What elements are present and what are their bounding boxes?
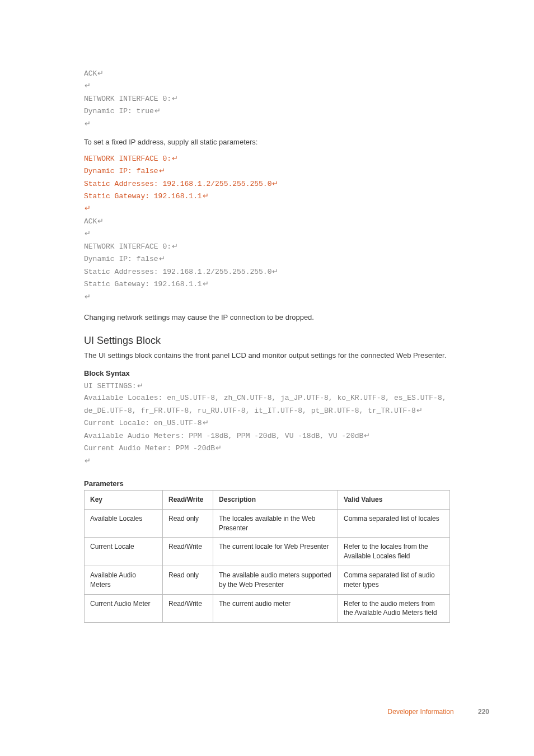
table-cell: The current audio meter xyxy=(213,594,338,623)
return-glyph-icon: ↵ xyxy=(159,165,165,176)
table-cell: Read/Write xyxy=(163,538,213,566)
return-glyph-icon: ↵ xyxy=(97,67,104,79)
return-glyph-icon: ↵ xyxy=(154,105,161,116)
return-glyph-icon: ↵ xyxy=(172,92,178,104)
page-footer: Developer Information 220 xyxy=(388,708,489,716)
table-cell: Available Audio Meters xyxy=(85,566,163,594)
table-row: Current LocaleRead/WriteThe current loca… xyxy=(85,538,450,566)
return-glyph-icon: ↵ xyxy=(85,202,91,214)
return-glyph-icon: ↵ xyxy=(203,190,209,202)
th-key: Key xyxy=(85,491,163,510)
table-cell: The locales available in the Web Present… xyxy=(213,509,338,538)
code-block-ui-settings: UI SETTINGS:↵Available Locales: en_US.UT… xyxy=(84,380,450,467)
table-cell: Comma separated list of audio meter type… xyxy=(338,566,450,594)
return-glyph-icon: ↵ xyxy=(85,118,91,129)
code-block-ack: ACK↵↵NETWORK INTERFACE 0:↵Dynamic IP: tr… xyxy=(84,67,450,130)
th-desc: Description xyxy=(213,491,338,510)
table-cell: Current Locale xyxy=(85,538,163,566)
heading-ui-settings: UI Settings Block xyxy=(84,335,450,347)
footer-page-number: 220 xyxy=(478,708,489,716)
return-glyph-icon: ↵ xyxy=(364,430,370,441)
table-cell: Read only xyxy=(163,509,213,538)
return-glyph-icon: ↵ xyxy=(97,215,104,227)
return-glyph-icon: ↵ xyxy=(216,442,222,454)
paragraph-warning: Changing network settings may cause the … xyxy=(84,312,450,323)
table-cell: Comma separated list of locales xyxy=(338,509,450,538)
return-glyph-icon: ↵ xyxy=(203,417,209,428)
table-row: Available Audio MetersRead onlyThe avail… xyxy=(85,566,450,594)
paragraph-ui-desc: The UI settings block contains the front… xyxy=(84,350,450,361)
th-valid: Valid Values xyxy=(338,491,450,510)
return-glyph-icon: ↵ xyxy=(272,265,278,277)
table-cell: The available audio meters supported by … xyxy=(213,566,338,594)
table-cell: The current locale for Web Presenter xyxy=(213,538,338,566)
parameters-table: Key Read/Write Description Valid Values … xyxy=(84,490,450,623)
code-block-set-static-red: NETWORK INTERFACE 0:↵Dynamic IP: false↵S… xyxy=(84,152,450,215)
return-glyph-icon: ↵ xyxy=(416,404,423,416)
return-glyph-icon: ↵ xyxy=(272,178,278,189)
table-header-row: Key Read/Write Description Valid Values xyxy=(85,491,450,510)
code-block-set-static-grey: ACK↵↵NETWORK INTERFACE 0:↵Dynamic IP: fa… xyxy=(84,215,450,303)
return-glyph-icon: ↵ xyxy=(85,80,91,91)
return-glyph-icon: ↵ xyxy=(172,152,178,164)
return-glyph-icon: ↵ xyxy=(85,227,91,239)
table-cell: Refer to the audio meters from the Avail… xyxy=(338,594,450,623)
footer-section: Developer Information xyxy=(388,708,454,716)
label-block-syntax: Block Syntax xyxy=(84,369,450,377)
return-glyph-icon: ↵ xyxy=(85,455,91,466)
table-cell: Read/Write xyxy=(163,594,213,623)
return-glyph-icon: ↵ xyxy=(137,380,143,391)
table-cell: Current Audio Meter xyxy=(85,594,163,623)
table-cell: Refer to the locales from the Available … xyxy=(338,538,450,566)
return-glyph-icon: ↵ xyxy=(159,253,165,264)
paragraph-fixed-ip: To set a fixed IP address, supply all st… xyxy=(84,137,450,148)
th-rw: Read/Write xyxy=(163,491,213,510)
label-parameters: Parameters xyxy=(84,479,450,488)
return-glyph-icon: ↵ xyxy=(172,240,178,252)
table-row: Current Audio MeterRead/WriteThe current… xyxy=(85,594,450,623)
table-cell: Read only xyxy=(163,566,213,594)
table-cell: Available Locales xyxy=(85,509,163,538)
table-row: Available LocalesRead onlyThe locales av… xyxy=(85,509,450,538)
return-glyph-icon: ↵ xyxy=(85,291,91,302)
return-glyph-icon: ↵ xyxy=(203,278,209,290)
